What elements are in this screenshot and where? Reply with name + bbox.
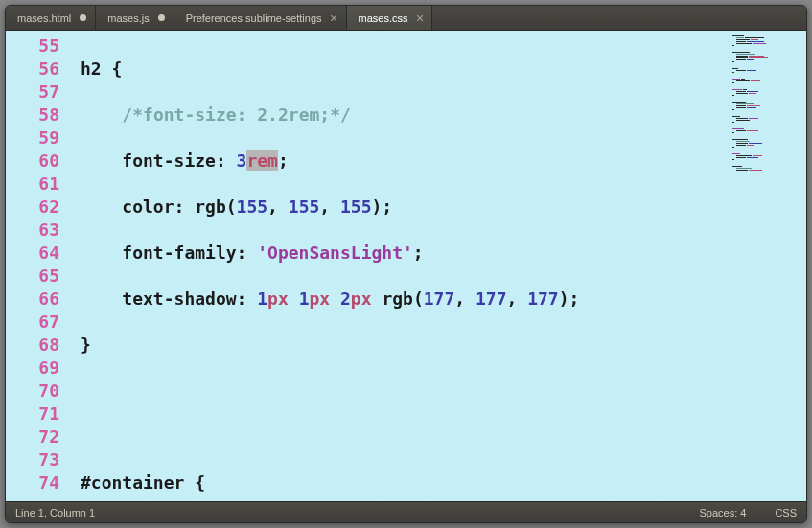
line-number: 57: [6, 80, 59, 103]
minimap[interactable]: [730, 31, 806, 501]
line-number: 73: [6, 448, 59, 471]
code-token: h2 {: [81, 58, 122, 79]
tab-mases-css[interactable]: mases.css: [347, 6, 433, 30]
code-token: font-size: [122, 150, 216, 171]
status-syntax[interactable]: CSS: [775, 507, 797, 518]
code-token: 177: [527, 288, 559, 309]
close-icon[interactable]: [330, 13, 338, 22]
code-token: px: [309, 288, 330, 309]
code-token: rem: [246, 150, 278, 171]
tab-label: mases.js: [107, 12, 149, 24]
line-number: 55: [6, 34, 59, 57]
status-bar: Line 1, Column 1 Spaces: 4 CSS: [6, 501, 806, 522]
line-number: 58: [6, 103, 59, 126]
status-indent[interactable]: Spaces: 4: [699, 507, 746, 518]
code-token: 177: [424, 288, 455, 309]
close-icon[interactable]: [415, 13, 424, 22]
code-token: color: [122, 196, 174, 217]
line-number: 68: [6, 333, 59, 356]
line-number: 66: [6, 287, 59, 310]
line-number: 65: [6, 264, 59, 287]
code-token: 1: [299, 288, 310, 309]
line-number: 61: [6, 172, 59, 195]
line-number: 70: [6, 379, 59, 402]
code-token: 155: [289, 196, 320, 217]
code-comment: /*font-size: 2.2rem;*/: [122, 104, 350, 125]
line-number: 69: [6, 356, 59, 379]
line-number: 63: [6, 218, 59, 241]
code-token: #container {: [81, 472, 205, 493]
code-token: 2: [340, 288, 351, 309]
code-token: font-family: [122, 242, 236, 263]
line-number: 67: [6, 310, 59, 333]
line-number: 59: [6, 126, 59, 149]
line-number: 72: [6, 425, 59, 448]
code-token: rgb: [382, 288, 413, 309]
code-token: 'OpenSansLight': [257, 242, 413, 263]
code-token: 1: [257, 288, 267, 309]
dirty-indicator-icon[interactable]: [157, 13, 166, 22]
tab-mases-js[interactable]: mases.js: [96, 6, 174, 30]
code-token: }: [81, 334, 91, 355]
editor-area[interactable]: 55 56 57 58 59 60 61 62 63 64 65 66 67 6…: [6, 31, 806, 501]
tab-bar: mases.html mases.js Preferences.sublime-…: [6, 6, 806, 31]
tab-mases-html[interactable]: mases.html: [6, 6, 96, 30]
editor-window: mases.html mases.js Preferences.sublime-…: [5, 5, 807, 523]
line-number: 56: [6, 57, 59, 80]
code-token: text-shadow: [122, 288, 236, 309]
status-position[interactable]: Line 1, Column 1: [15, 507, 95, 518]
tab-label: mases.css: [359, 12, 408, 24]
line-number: 74: [6, 471, 59, 494]
tab-label: Preferences.sublime-settings: [186, 12, 322, 24]
dirty-indicator-icon[interactable]: [79, 13, 87, 22]
code-view[interactable]: h2 { /*font-size: 2.2rem;*/ font-size: 3…: [69, 31, 730, 501]
gutter: 55 56 57 58 59 60 61 62 63 64 65 66 67 6…: [6, 31, 69, 501]
code-token: 3: [237, 150, 247, 171]
line-number: 62: [6, 195, 59, 218]
tab-preferences[interactable]: Preferences.sublime-settings: [174, 6, 347, 30]
code-token: 177: [476, 288, 507, 309]
code-token: 155: [340, 196, 372, 217]
tab-label: mases.html: [17, 12, 71, 24]
code-token: rgb: [195, 196, 226, 217]
code-token: 155: [237, 196, 268, 217]
line-number: 71: [6, 402, 59, 425]
line-number: 64: [6, 241, 59, 264]
code-token: px: [267, 288, 289, 309]
line-number: 60: [6, 149, 59, 172]
code-token: px: [351, 288, 372, 309]
